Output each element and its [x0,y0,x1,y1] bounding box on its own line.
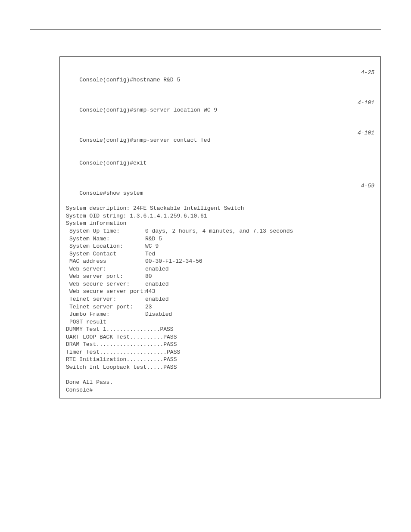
info-row: Jumbo Frame:Disabled [66,311,374,318]
post-line: Switch Int Loopback test.....PASS [66,364,374,371]
info-value: enabled [145,265,169,273]
command-text: Console(config)#exit [79,160,146,166]
info-row: System Up time:0 days, 2 hours, 4 minute… [66,227,374,235]
output-line: System description: 24FE Stackable Intel… [66,205,374,212]
command-line: 4-25 Console(config)#hostname R&D 5 [66,61,374,91]
command-line: 4-59 Console#show system [66,174,374,205]
info-value: R&D 5 [145,235,162,243]
info-value: 443 [145,288,155,296]
command-text: Console(config)#snmp-server contact Ted [79,137,210,143]
page-ref: 4-101 [358,129,374,137]
command-line: 4-101 Console(config)#snmp-server contac… [66,121,374,152]
page-ref: 4-101 [358,99,374,107]
post-line: Timer Test....................PASS [66,348,374,356]
info-value: Ted [145,250,155,258]
info-key: Web secure server port: [66,288,145,296]
info-key: System Location: [66,243,145,250]
info-row: System ContactTed [66,250,374,258]
info-row: Web secure server port:443 [66,288,374,296]
info-key: Telnet server port: [66,303,145,311]
info-value: enabled [145,296,169,303]
info-row: Web server:enabled [66,265,374,273]
info-value: 23 [145,303,152,311]
info-row: Telnet server port:23 [66,303,374,311]
info-key: Web server: [66,265,145,273]
post-line: DRAM Test....................PASS [66,341,374,348]
header-rule [30,29,381,30]
info-key: MAC address [66,258,145,265]
info-row: Telnet server:enabled [66,296,374,303]
page-ref: 4-59 [361,182,374,190]
info-key: System Name: [66,235,145,243]
command-text: Console#show system [79,190,143,196]
info-key: System Up time: [66,227,145,235]
page-ref: 4-25 [361,69,374,77]
post-line: DUMMY Test 1................PASS [66,326,374,333]
info-key: Telnet server: [66,296,145,303]
post-line: UART LOOP BACK Test..........PASS [66,333,374,341]
prompt-line: Console# [66,386,374,394]
info-value: Disabled [145,311,172,318]
command-line: 4-101 Console(config)#snmp-server locati… [66,91,374,121]
info-row: Web server port:80 [66,273,374,280]
info-key: Web secure server: [66,280,145,288]
info-value: enabled [145,280,169,288]
info-key: Web server port: [66,273,145,280]
command-line: Console(config)#exit [66,152,374,175]
blank-line [66,371,374,379]
command-text: Console(config)#snmp-server location WC … [79,107,217,113]
info-value: 0 days, 2 hours, 4 minutes, and 7.13 sec… [145,227,293,235]
info-row: MAC address00-30-F1-12-34-56 [66,258,374,265]
post-line: RTC Initialization...........PASS [66,356,374,364]
info-row: System Name:R&D 5 [66,235,374,243]
info-row: Web secure server:enabled [66,280,374,288]
command-text: Console(config)#hostname R&D 5 [79,77,180,83]
info-key: Jumbo Frame: [66,311,145,318]
info-value: 00-30-F1-12-34-56 [145,258,202,265]
info-row: System Location:WC 9 [66,243,374,250]
info-key: System Contact [66,250,145,258]
output-line: System OID string: 1.3.6.1.4.1.259.6.10.… [66,212,374,220]
console-output-box: 4-25 Console(config)#hostname R&D 5 4-10… [59,56,381,398]
output-line: System information [66,220,374,227]
info-value: 80 [145,273,152,280]
info-value: WC 9 [145,243,159,250]
done-line: Done All Pass. [66,379,374,386]
post-header: POST result [66,318,374,326]
